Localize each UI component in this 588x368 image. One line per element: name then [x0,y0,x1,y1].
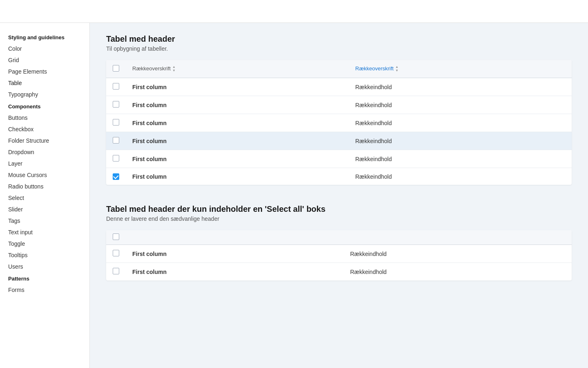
row-col1: First column [126,96,349,114]
select-all-checkbox[interactable] [113,233,119,240]
table-row: First columnRækkeindhold [106,114,572,132]
sidebar-item-radio-buttons[interactable]: Radio buttons [0,181,89,192]
table-2: First columnRækkeindholdFirst columnRækk… [106,230,572,280]
table-row: First columnRækkeindhold [106,245,572,263]
col-header-0[interactable]: Rækkeoverskrift▲▼ [126,60,349,78]
row-checkbox-1[interactable] [113,268,119,274]
col-header-label-1: Rækkeoverskrift [355,65,394,72]
table-row: First columnRækkeindhold [106,78,572,96]
row-col2: Rækkeindhold [349,132,572,150]
table-row: First columnRækkeindhold [106,263,572,281]
sidebar: Styling and guidelinesColorGridPage Elem… [0,23,90,368]
sidebar-item-grid[interactable]: Grid [0,54,89,66]
header-checkbox-cell [106,230,126,245]
row-checkbox-4[interactable] [113,155,119,162]
table-section-1: Tabel med headerTil opbygning af tabelle… [106,34,572,185]
section-subtitle-1: Til opbygning af tabeller. [106,45,572,52]
row-checkbox-3[interactable] [113,137,119,144]
row-checkbox-cell [106,168,126,185]
row-checkbox-cell [106,114,126,132]
row-col2: Rækkeindhold [349,78,572,96]
section-subtitle-2: Denne er lavere end den sædvanlige heade… [106,215,572,222]
row-col1: First column [126,168,349,185]
sidebar-section-title: Styling and guidelines [0,31,89,43]
row-checkbox-5[interactable] [113,173,119,180]
empty-col-header-1 [126,230,343,245]
main-content: Tabel med headerTil opbygning af tabelle… [90,23,588,368]
main-layout: Styling and guidelinesColorGridPage Elem… [0,23,588,368]
table-row: First columnRækkeindhold [106,168,572,185]
sidebar-item-select[interactable]: Select [0,192,89,204]
empty-col-header-2 [343,230,572,245]
sidebar-section-title: Components [0,100,89,112]
row-checkbox-1[interactable] [113,101,119,108]
top-header [0,0,588,23]
section-title-2: Tabel med header der kun indeholder en '… [106,204,572,214]
sidebar-item-typography[interactable]: Typography [0,89,89,100]
row-col2: Rækkeindhold [349,114,572,132]
header-checkbox-cell [106,60,126,78]
section-title-1: Tabel med header [106,34,572,44]
sidebar-item-table[interactable]: Table [0,77,89,89]
row-col1: First column [126,150,349,168]
table-section-2: Tabel med header der kun indeholder en '… [106,204,572,280]
sidebar-item-layer[interactable]: Layer [0,158,89,169]
row-col1: First column [126,114,349,132]
sidebar-item-users[interactable]: Users [0,261,89,272]
row-checkbox-0[interactable] [113,83,119,90]
sidebar-section-title: Patterns [0,272,89,284]
row-col2: Rækkeindhold [349,96,572,114]
row-checkbox-cell [106,132,126,150]
sidebar-item-toggle[interactable]: Toggle [0,238,89,249]
row-col1: First column [126,132,349,150]
row-checkbox-cell [106,245,126,263]
sidebar-item-folder-structure[interactable]: Folder Structure [0,135,89,146]
row-col1: First column [126,245,343,263]
row-checkbox-cell [106,150,126,168]
sidebar-item-tooltips[interactable]: Tooltips [0,249,89,261]
sidebar-item-forms[interactable]: Forms [0,284,89,296]
row-col1: First column [126,263,343,281]
sidebar-item-tags[interactable]: Tags [0,215,89,227]
row-checkbox-cell [106,263,126,281]
row-checkbox-cell [106,78,126,96]
row-col2: Rækkeindhold [349,150,572,168]
table-row: First columnRækkeindhold [106,96,572,114]
sidebar-item-slider[interactable]: Slider [0,204,89,215]
col-header-label-0: Rækkeoverskrift [132,65,171,72]
sort-icon-1: ▲▼ [395,65,399,72]
sidebar-item-dropdown[interactable]: Dropdown [0,146,89,158]
sidebar-item-color[interactable]: Color [0,43,89,54]
sidebar-item-buttons[interactable]: Buttons [0,112,89,123]
row-col2: Rækkeindhold [343,245,572,263]
sidebar-item-checkbox[interactable]: Checkbox [0,123,89,135]
col-header-1[interactable]: Rækkeoverskrift▲▼ [349,60,572,78]
sidebar-item-text-input[interactable]: Text input [0,227,89,238]
row-col1: First column [126,78,349,96]
table-1: Rækkeoverskrift▲▼Rækkeoverskrift▲▼First … [106,60,572,185]
row-checkbox-cell [106,96,126,114]
row-col2: Rækkeindhold [349,168,572,185]
table-row: First columnRækkeindhold [106,150,572,168]
row-col2: Rækkeindhold [343,263,572,281]
table-row: First columnRækkeindhold [106,132,572,150]
sidebar-item-page-elements[interactable]: Page Elements [0,66,89,77]
sidebar-item-mouse-cursors[interactable]: Mouse Cursors [0,169,89,181]
row-checkbox-2[interactable] [113,119,119,126]
row-checkbox-0[interactable] [113,250,119,256]
select-all-checkbox[interactable] [113,65,119,72]
sort-icon-0: ▲▼ [172,65,176,72]
